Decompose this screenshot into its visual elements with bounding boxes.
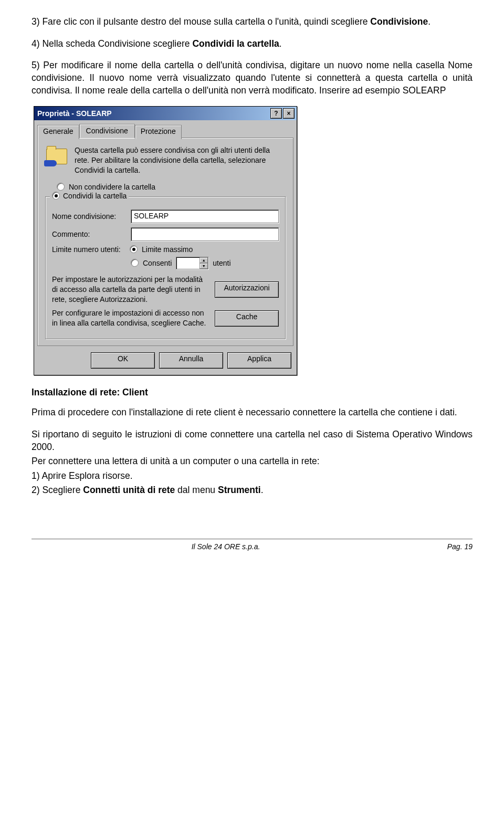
paragraph-install-4: 1) Aprire Esplora risorse. (32, 470, 472, 483)
radio-consenti[interactable]: Consenti (143, 259, 172, 267)
heading-installazione-client: Installazione di rete: Client (32, 387, 472, 398)
group-condividi: Condividi la cartella Nome condivisione:… (45, 196, 286, 339)
text: dal menu (175, 485, 218, 495)
bold-text: Connetti unità di rete (83, 485, 175, 495)
utenti-spinner[interactable]: ▲ ▼ (176, 257, 208, 269)
sharing-description: Questa cartella può essere condivisa con… (75, 145, 286, 175)
radio-label: Condividi la cartella (63, 192, 127, 200)
paragraph-install-5: 2) Scegliere Connetti unità di rete dal … (32, 484, 472, 497)
paragraph-4: 4) Nella scheda Condivisione scegliere C… (32, 38, 472, 50)
dialog-button-row: OK Annulla Applica (34, 350, 297, 375)
properties-dialog: Proprietà - SOLEARP ? × Generale Condivi… (34, 106, 297, 375)
paragraph-install-1: Prima di procedere con l'installazione d… (32, 406, 472, 419)
autorizzazioni-description: Per impostare le autorizzazioni per la m… (52, 275, 209, 305)
paragraph-install-2: Si riportano di seguito le istruzioni di… (32, 428, 472, 453)
radio-condividi[interactable]: Condividi la cartella (50, 192, 129, 200)
bold-text: Condivisione (370, 16, 428, 27)
footer-company: Il Sole 24 ORE s.p.a. (32, 542, 420, 551)
text: 4) Nella scheda Condivisione scegliere (32, 38, 192, 49)
limite-label: Limite numero utenti: (52, 245, 125, 254)
radio-limite-massimo[interactable]: Limite massimo (142, 245, 193, 254)
bold-text: Strumenti (218, 485, 261, 495)
radio-icon (57, 183, 65, 191)
paragraph-3: 3) Fare clic con il pulsante destro del … (32, 16, 472, 28)
tab-generale[interactable]: Generale (37, 125, 79, 139)
annulla-button[interactable]: Annulla (159, 352, 223, 369)
applica-button[interactable]: Applica (227, 352, 291, 369)
footer-page-number: Pag. 19 (420, 542, 472, 551)
shared-folder-icon (45, 145, 68, 165)
nome-condivisione-label: Nome condivisione: (52, 212, 125, 221)
text: . (261, 485, 264, 495)
spinner-up-icon[interactable]: ▲ (200, 257, 208, 263)
tab-bar: Generale Condivisione Protezione (34, 120, 297, 138)
text: . (428, 16, 430, 27)
nome-condivisione-input[interactable]: SOLEARP (131, 210, 279, 223)
page-footer: Il Sole 24 ORE s.p.a. Pag. 19 (32, 539, 472, 551)
cache-button[interactable]: Cache (215, 310, 279, 327)
bold-text: Condividi la cartella (192, 38, 279, 49)
titlebar: Proprietà - SOLEARP ? × (34, 107, 297, 120)
commento-input[interactable] (131, 227, 279, 241)
paragraph-5: 5) Per modificare il nome della cartella… (32, 59, 472, 97)
text: 2) Scegliere (32, 485, 83, 495)
tab-condivisione[interactable]: Condivisione (79, 124, 135, 138)
paragraph-install-3: Per connettere una lettera di unità a un… (32, 455, 472, 468)
cache-description: Per configurare le impostazioni di acces… (52, 308, 209, 328)
commento-label: Commento: (52, 230, 125, 238)
radio-non-condividere[interactable]: Non condividere la cartella (57, 183, 286, 191)
radio-icon (131, 259, 139, 267)
tab-protezione[interactable]: Protezione (135, 125, 182, 139)
window-title: Proprietà - SOLEARP (36, 109, 269, 118)
text: 3) Fare clic con il pulsante destro del … (32, 16, 370, 27)
radio-icon (52, 192, 60, 200)
text: . (279, 38, 282, 49)
radio-icon (130, 245, 138, 253)
autorizzazioni-button[interactable]: Autorizzazioni (215, 281, 279, 298)
close-button[interactable]: × (283, 108, 295, 119)
utenti-suffix: utenti (213, 259, 230, 267)
tab-panel-condivisione: Questa cartella può essere condivisa con… (37, 138, 293, 346)
help-button[interactable]: ? (270, 108, 282, 119)
radio-label: Non condividere la cartella (69, 183, 155, 191)
dialog-screenshot: Proprietà - SOLEARP ? × Generale Condivi… (32, 106, 472, 375)
spinner-down-icon[interactable]: ▼ (200, 263, 208, 269)
ok-button[interactable]: OK (91, 352, 155, 369)
